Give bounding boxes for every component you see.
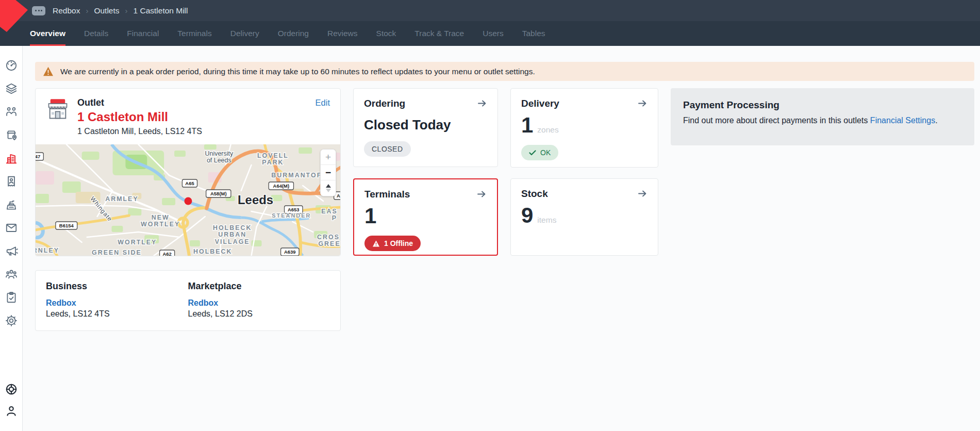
map-zoom-in-button[interactable]: + — [321, 150, 336, 165]
map-road-badge: B6154 — [59, 223, 74, 228]
stock-count: 9 — [521, 204, 533, 227]
map-marker[interactable] — [185, 197, 192, 205]
map-label: EAS — [321, 208, 338, 215]
sidebar-footer — [5, 383, 18, 426]
sidebar-item-settings[interactable] — [5, 314, 18, 327]
settings-gear-icon — [5, 314, 18, 327]
warning-triangle-icon — [43, 67, 54, 76]
map-label: ARMLEY — [105, 195, 139, 203]
map-label: WORTLEY — [118, 239, 157, 246]
map-label: HOLBECKURBANVILLAGE — [213, 224, 252, 245]
sidebar-item-customers[interactable] — [5, 268, 18, 281]
tab-track-trace[interactable]: Track & Trace — [414, 21, 464, 46]
map-label: CROS — [317, 234, 340, 241]
stock-card[interactable]: Stock 9 items — [510, 178, 658, 256]
sidebar-item-partners[interactable] — [5, 105, 18, 119]
envelope-icon — [5, 221, 18, 235]
tab-reviews[interactable]: Reviews — [327, 21, 358, 46]
sidebar-item-outlets[interactable] — [5, 128, 18, 142]
compass-icon — [324, 184, 333, 193]
tab-ordering[interactable]: Ordering — [278, 21, 309, 46]
delivery-title: Delivery — [521, 98, 559, 109]
sidebar-item-help[interactable] — [5, 383, 18, 396]
breadcrumb-separator-icon: › — [86, 6, 88, 15]
tab-financial[interactable]: Financial — [127, 21, 159, 46]
marketplace-label: Marketplace — [188, 281, 330, 292]
sidebar-item-menus[interactable] — [5, 82, 18, 95]
tab-tables[interactable]: Tables — [522, 21, 545, 46]
breadcrumb-menu-button[interactable] — [32, 6, 45, 15]
breadcrumb-item-redbox[interactable]: Redbox — [53, 6, 80, 15]
map-road-badge: 47 — [36, 154, 40, 159]
financial-settings-link[interactable]: Financial Settings — [870, 116, 935, 125]
ordering-title: Ordering — [364, 98, 405, 109]
team-group-icon — [5, 268, 18, 281]
tab-details[interactable]: Details — [84, 21, 108, 46]
sidebar-item-orders[interactable] — [5, 175, 18, 188]
delivery-ok-text: OK — [540, 148, 551, 157]
breadcrumb: Redbox›Outlets›1 Castleton Mill — [53, 6, 188, 15]
arrow-right-icon[interactable] — [638, 99, 647, 108]
storefront-pin-icon — [5, 128, 18, 142]
map-road-badge: A653 — [288, 207, 300, 212]
map-road-badge: A64(M) — [273, 183, 290, 189]
map-zoom-out-button[interactable]: − — [321, 165, 336, 180]
terminals-card[interactable]: Terminals 1 1 Offline — [353, 178, 498, 256]
map-label: RNLEY — [36, 247, 59, 254]
marketplace-link[interactable]: Redbox — [188, 299, 330, 308]
map-label: GREE — [318, 240, 340, 247]
dashboard-gauge-icon — [5, 59, 18, 72]
sidebar-item-business-active[interactable] — [5, 152, 18, 165]
breadcrumb-item-1-castleton-mill[interactable]: 1 Castleton Mill — [134, 6, 188, 15]
map-svg: 47A65A58(M)A64(M)A653B6154A62A639A6 Univ… — [36, 144, 340, 256]
account-person-icon — [5, 404, 18, 418]
ordering-closed-badge: CLOSED — [364, 141, 411, 157]
terminals-title: Terminals — [364, 189, 410, 200]
breadcrumb-bar: Redbox›Outlets›1 Castleton Mill — [0, 0, 980, 21]
breadcrumb-item-outlets[interactable]: Outlets — [94, 6, 119, 15]
banner-text: We are currently in a peak order period,… — [60, 67, 535, 76]
map-label: STEANDER — [272, 212, 311, 219]
storefront-icon — [46, 97, 70, 121]
sidebar-item-marketing[interactable] — [5, 244, 18, 258]
payment-text: Find out more about direct payments in t… — [683, 116, 962, 125]
map-road-badge: A58(M) — [210, 191, 227, 196]
sidebar-item-messages[interactable] — [5, 221, 18, 235]
sidebar-item-dashboard[interactable] — [5, 59, 18, 72]
main-content: We are currently in a peak order period,… — [23, 46, 980, 431]
sidebar-nav — [5, 59, 18, 337]
arrow-right-icon[interactable] — [638, 189, 647, 198]
buildings-icon — [5, 152, 18, 165]
receipt-contact-icon — [5, 175, 18, 188]
tab-terminals[interactable]: Terminals — [177, 21, 211, 46]
tab-users[interactable]: Users — [483, 21, 503, 46]
arrow-right-icon[interactable] — [477, 190, 487, 198]
tab-stock[interactable]: Stock — [376, 21, 396, 46]
tab-overview[interactable]: Overview — [30, 21, 65, 46]
business-link[interactable]: Redbox — [46, 299, 188, 308]
terminals-count: 1 — [364, 205, 376, 227]
outlet-map[interactable]: 47A65A58(M)A64(M)A653B6154A62A639A6 Univ… — [36, 144, 340, 256]
partners-people-icon — [5, 105, 18, 119]
outlet-label: Outlet — [77, 97, 202, 108]
tab-delivery[interactable]: Delivery — [230, 21, 259, 46]
ordering-card[interactable]: Ordering Closed Today CLOSED — [353, 88, 498, 167]
delivery-unit: zones — [537, 125, 558, 135]
sidebar-item-account[interactable] — [5, 404, 18, 418]
layers-icon — [5, 82, 18, 95]
check-icon — [529, 150, 536, 156]
map-compass-button[interactable] — [321, 180, 336, 196]
edit-outlet-link[interactable]: Edit — [315, 98, 330, 108]
sidebar-item-reports[interactable] — [5, 291, 18, 304]
outlet-card: Outlet 1 Castleton Mill 1 Castleton Mill… — [35, 88, 341, 256]
sidebar-item-till[interactable] — [5, 198, 18, 211]
map-road-badge: A6 — [337, 193, 340, 198]
map-label: Universityof Leeds — [205, 150, 233, 164]
delivery-card[interactable]: Delivery 1 zones OK — [510, 88, 658, 168]
sidebar — [0, 46, 23, 431]
tab-bar: OverviewDetailsFinancialTerminalsDeliver… — [0, 21, 980, 46]
payment-processing-card: Payment Processing Find out more about d… — [671, 88, 974, 145]
ordering-status: Closed Today — [364, 117, 487, 133]
map-road-badge: A62 — [162, 251, 171, 256]
arrow-right-icon[interactable] — [477, 99, 487, 108]
